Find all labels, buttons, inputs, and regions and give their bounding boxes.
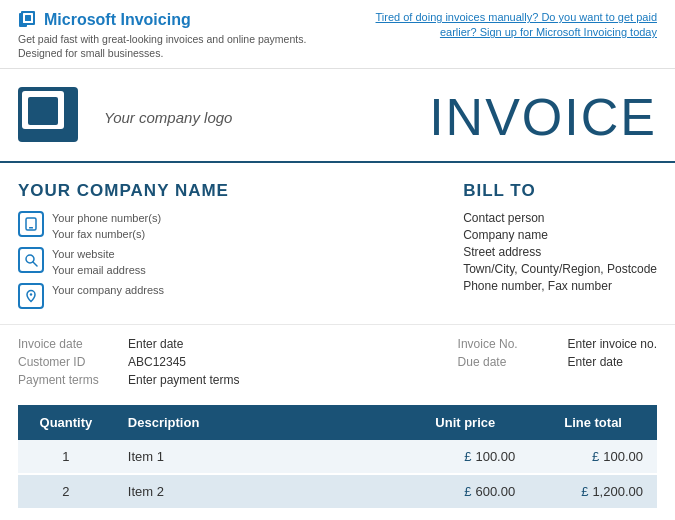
line-total-value: 1,200.00 [592,484,643,499]
detail-label: Payment terms [18,373,108,387]
unit-price-value: 100.00 [475,449,515,464]
svg-rect-3 [25,15,31,21]
svg-rect-5 [29,227,33,229]
table-header-row: Quantity Description Unit price Line tot… [18,405,657,440]
table-row: 2 Item 2 £600.00 £1,200.00 [18,474,657,509]
company-name: YOUR COMPANY NAME [18,181,229,201]
cell-line-total: £100.00 [529,440,657,474]
bill-to-section: BILL TO Contact person Company name Stre… [463,181,657,314]
detail-label: Invoice No. [458,337,548,351]
logo-graphic [18,87,88,147]
address-row: Your company address [18,283,229,309]
detail-label: Invoice date [18,337,108,351]
detail-row: Due dateEnter date [458,355,657,369]
line-total-value: 100.00 [603,449,643,464]
bill-to-title: BILL TO [463,181,657,201]
company-logo-area: Your company logo [18,87,232,147]
details-right: Invoice No.Enter invoice no.Due dateEnte… [458,337,657,387]
bill-to-phone: Phone number, Fax number [463,279,657,293]
cell-quantity: 2 [18,474,114,509]
phone-text: Your phone number(s) Your fax number(s) [52,211,161,242]
location-icon [18,283,44,309]
cell-line-total: £1,200.00 [529,474,657,509]
address-text: Your company address [52,283,164,298]
detail-label: Customer ID [18,355,108,369]
bill-to-company: Company name [463,228,657,242]
brand-icon [18,10,38,30]
promo-link[interactable]: Tired of doing invoices manually? Do you… [357,10,657,41]
detail-value: Enter date [128,337,183,351]
table-row: 1 Item 1 £100.00 £100.00 [18,440,657,474]
bill-to-city: Town/City, County/Region, Postcode [463,262,657,276]
brand-tagline: Get paid fast with great-looking invoice… [18,32,306,60]
cell-description: Item 1 [114,440,402,474]
col-quantity: Quantity [18,405,114,440]
currency-symbol: £ [464,449,471,464]
web-text: Your website Your email address [52,247,146,278]
brand-title: Microsoft Invoicing [18,10,306,30]
col-unit-price: Unit price [401,405,529,440]
detail-value: Enter invoice no. [568,337,657,351]
detail-row: Invoice No.Enter invoice no. [458,337,657,351]
detail-row: Payment termsEnter payment terms [18,373,239,387]
bill-to-street: Street address [463,245,657,259]
cell-quantity: 1 [18,440,114,474]
logo-text: Your company logo [104,109,232,126]
col-description: Description [114,405,402,440]
phone-row: Your phone number(s) Your fax number(s) [18,211,229,242]
cell-unit-price: £600.00 [401,474,529,509]
bill-to-contact: Contact person [463,211,657,225]
currency-symbol-total: £ [581,484,588,499]
detail-label: Due date [458,355,548,369]
top-header: Microsoft Invoicing Get paid fast with g… [0,0,675,69]
detail-row: Invoice dateEnter date [18,337,239,351]
details-left: Invoice dateEnter dateCustomer IDABC1234… [18,337,239,387]
currency-symbol: £ [464,484,471,499]
phone-icon [18,211,44,237]
detail-value: Enter payment terms [128,373,239,387]
detail-value: Enter date [568,355,623,369]
cell-unit-price: £100.00 [401,440,529,474]
invoice-title: INVOICE [429,87,657,147]
search-icon [18,247,44,273]
detail-row: Customer IDABC12345 [18,355,239,369]
currency-symbol-total: £ [592,449,599,464]
svg-point-8 [30,293,32,295]
details-section: Invoice dateEnter dateCustomer IDABC1234… [0,324,675,397]
web-row: Your website Your email address [18,247,229,278]
company-info: YOUR COMPANY NAME Your phone number(s) Y… [18,181,229,314]
unit-price-value: 600.00 [475,484,515,499]
invoice-table: Quantity Description Unit price Line tot… [18,405,657,510]
info-section: YOUR COMPANY NAME Your phone number(s) Y… [0,163,675,324]
brand-section: Microsoft Invoicing Get paid fast with g… [18,10,306,60]
detail-value: ABC12345 [128,355,186,369]
cell-description: Item 2 [114,474,402,509]
logo-invoice-row: Your company logo INVOICE [0,69,675,163]
svg-line-7 [33,262,37,266]
col-line-total: Line total [529,405,657,440]
